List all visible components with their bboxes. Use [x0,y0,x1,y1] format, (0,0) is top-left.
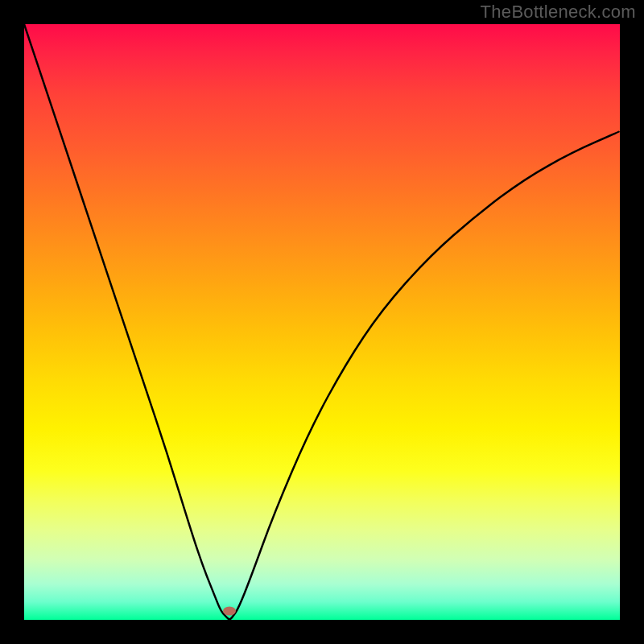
frame-left [0,0,24,644]
frame-bottom [0,620,644,644]
plot-area [24,24,620,620]
bottleneck-curve [24,24,620,619]
curve-svg [24,24,620,620]
attribution-text: TheBottleneck.com [481,2,636,23]
optimal-point-marker [223,606,236,615]
frame-right [620,0,644,644]
